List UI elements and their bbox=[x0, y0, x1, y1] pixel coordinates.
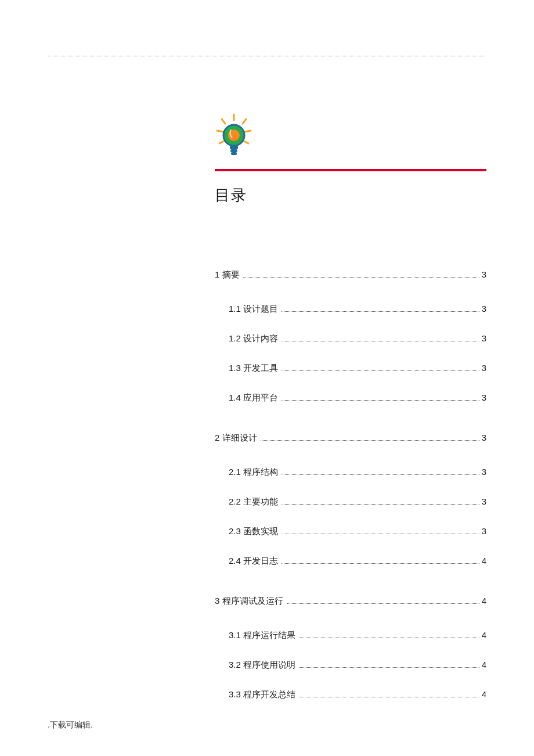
toc-entry-label: 3.1 程序运行结果 bbox=[229, 630, 295, 641]
svg-rect-9 bbox=[230, 146, 238, 149]
toc-entry: 2 详细设计3 bbox=[215, 433, 486, 444]
toc-entry: 3.2 程序使用说明4 bbox=[215, 660, 486, 671]
lightbulb-icon bbox=[215, 113, 253, 159]
toc-entry-page: 4 bbox=[482, 630, 486, 640]
toc-leader-dots bbox=[287, 603, 479, 604]
toc-entry: 1.1 设计题目3 bbox=[215, 304, 486, 315]
svg-line-6 bbox=[244, 141, 248, 143]
toc-leader-dots bbox=[282, 474, 479, 475]
toc-entry-label: 2.3 函数实现 bbox=[229, 526, 278, 537]
toc-entry: 3 程序调试及运行4 bbox=[215, 596, 486, 607]
toc-entry-label: 1.3 开发工具 bbox=[229, 363, 278, 374]
toc-entry-label: 3.2 程序使用说明 bbox=[229, 660, 295, 671]
toc-entry-label: 3.3 程序开发总结 bbox=[229, 689, 295, 700]
toc-entry-page: 3 bbox=[482, 496, 486, 506]
toc-entry-page: 3 bbox=[482, 363, 486, 373]
toc-entry: 2.4 开发日志4 bbox=[215, 556, 486, 567]
toc-entry: 2.3 函数实现3 bbox=[215, 526, 486, 537]
toc-leader-dots bbox=[243, 277, 479, 278]
toc-entry-page: 4 bbox=[482, 556, 486, 566]
toc-entry-label: 2.2 主要功能 bbox=[229, 496, 278, 507]
svg-line-5 bbox=[219, 141, 224, 143]
toc-entry-label: 3 程序调试及运行 bbox=[215, 596, 283, 607]
svg-rect-10 bbox=[230, 149, 237, 152]
toc-entry-page: 3 bbox=[482, 304, 486, 314]
toc-leader-dots bbox=[282, 400, 479, 401]
toc-leader-dots bbox=[282, 370, 479, 371]
toc-title: 目录 bbox=[215, 185, 486, 206]
toc-entry-page: 4 bbox=[482, 596, 486, 606]
toc-entry: 2.1 程序结构3 bbox=[215, 467, 486, 478]
toc-entry-page: 4 bbox=[482, 660, 486, 669]
toc-entry: 1.2 设计内容3 bbox=[215, 333, 486, 344]
header-rule bbox=[48, 56, 486, 56]
toc-entry: 2.2 主要功能3 bbox=[215, 496, 486, 507]
toc-entry: 1.4 应用平台3 bbox=[215, 393, 486, 404]
toc-entry-label: 1.1 设计题目 bbox=[229, 304, 278, 315]
svg-line-4 bbox=[245, 131, 251, 132]
toc-list: 1 摘要31.1 设计题目31.2 设计内容31.3 开发工具31.4 应用平台… bbox=[215, 269, 486, 700]
toc-leader-dots bbox=[299, 697, 479, 697]
toc-entry: 1.3 开发工具3 bbox=[215, 363, 486, 374]
toc-entry-page: 3 bbox=[482, 333, 486, 343]
svg-line-1 bbox=[222, 119, 225, 124]
toc-entry-page: 3 bbox=[482, 526, 486, 536]
toc-leader-dots bbox=[299, 638, 479, 638]
toc-entry-page: 3 bbox=[482, 393, 486, 402]
svg-line-2 bbox=[243, 119, 246, 124]
toc-leader-dots bbox=[261, 440, 479, 441]
toc-entry-label: 2.4 开发日志 bbox=[229, 556, 278, 567]
footer-text: .下载可编辑. bbox=[48, 720, 93, 730]
toc-entry-page: 3 bbox=[482, 269, 486, 279]
toc-entry-page: 3 bbox=[482, 433, 486, 442]
toc-leader-dots bbox=[282, 504, 479, 505]
toc-entry-page: 4 bbox=[482, 689, 486, 699]
toc-entry: 3.1 程序运行结果4 bbox=[215, 630, 486, 641]
toc-entry: 3.3 程序开发总结4 bbox=[215, 689, 486, 700]
toc-entry-label: 1.2 设计内容 bbox=[229, 333, 278, 344]
toc-entry-label: 2 详细设计 bbox=[215, 433, 257, 444]
toc-leader-dots bbox=[299, 667, 479, 668]
toc-entry-page: 3 bbox=[482, 467, 486, 477]
toc-leader-dots bbox=[282, 534, 479, 534]
toc-entry-label: 1 摘要 bbox=[215, 269, 240, 280]
title-rule bbox=[215, 169, 486, 171]
toc-leader-dots bbox=[282, 311, 479, 312]
toc-leader-dots bbox=[282, 563, 479, 564]
page-content: 目录 1 摘要31.1 设计题目31.2 设计内容31.3 开发工具31.4 应… bbox=[215, 113, 486, 719]
toc-leader-dots bbox=[282, 341, 479, 341]
toc-entry-label: 1.4 应用平台 bbox=[229, 393, 278, 404]
toc-entry: 1 摘要3 bbox=[215, 269, 486, 280]
toc-entry-label: 2.1 程序结构 bbox=[229, 467, 278, 478]
svg-line-3 bbox=[217, 131, 223, 132]
svg-rect-11 bbox=[231, 152, 237, 155]
